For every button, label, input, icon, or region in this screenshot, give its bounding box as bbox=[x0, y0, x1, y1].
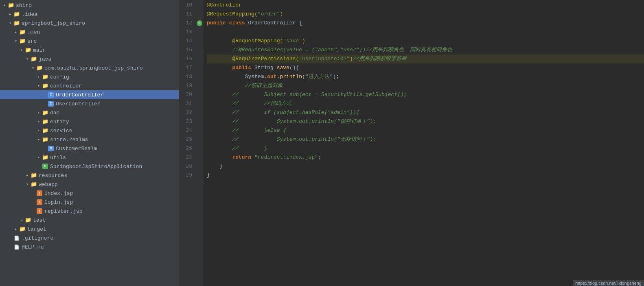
tree-label: main bbox=[33, 47, 46, 53]
sidebar-item-login.jsp[interactable]: Jlogin.jsp bbox=[0, 198, 179, 207]
code-editor: 1011121314151617181920212223242526272829… bbox=[179, 0, 644, 286]
tree-label: login.jsp bbox=[44, 199, 73, 205]
code-line: @RequestMapping("save") bbox=[207, 37, 644, 46]
sidebar-item-config[interactable]: ▸📁config bbox=[0, 72, 179, 81]
sidebar-item-UserController[interactable]: CUserController bbox=[0, 99, 179, 108]
tree-label: .idea bbox=[22, 11, 37, 17]
sidebar-item-HELP.md[interactable]: 📄HELP.md bbox=[0, 242, 179, 251]
tree-icon: 📁 bbox=[19, 38, 26, 44]
line-number: 18 bbox=[179, 72, 192, 81]
line-number: 20 bbox=[179, 90, 192, 99]
tree-label: webapp bbox=[39, 181, 58, 188]
tree-icon: 📁 bbox=[19, 29, 26, 35]
sidebar-item-CustomerRealm[interactable]: CCustomerRealm bbox=[0, 144, 179, 153]
sidebar-item-dao[interactable]: ▸📁dao bbox=[0, 108, 179, 117]
sidebar-item-shiro.realms[interactable]: ▾📁shiro.realms bbox=[0, 135, 179, 144]
gutter-cell bbox=[195, 171, 204, 180]
sidebar-item-idea[interactable]: ▸📁.idea bbox=[0, 10, 179, 19]
tree-icon: J bbox=[36, 208, 43, 214]
tree-arrow: ▸ bbox=[36, 155, 42, 160]
tree-label: utils bbox=[50, 155, 66, 161]
tree-arrow: ▾ bbox=[24, 182, 30, 187]
tree-label: CustomerRealm bbox=[56, 146, 97, 152]
sidebar-item-.gitignore[interactable]: 📄.gitignore bbox=[0, 234, 179, 242]
tree-arrow: ▸ bbox=[13, 227, 19, 231]
sidebar-item-shiro-root[interactable]: ▾📁shiro bbox=[0, 1, 179, 10]
tree-arrow: ▸ bbox=[13, 30, 19, 35]
sidebar-item-register.jsp[interactable]: Jregister.jsp bbox=[0, 207, 179, 216]
gutter-cell bbox=[195, 1, 204, 10]
gutter-cell bbox=[195, 63, 204, 72]
sidebar-item-utils[interactable]: ▸📁utils bbox=[0, 153, 179, 162]
line-number: 27 bbox=[179, 153, 192, 162]
sidebar-item-index.jsp[interactable]: Jindex.jsp bbox=[0, 189, 179, 198]
gutter-cell bbox=[195, 55, 204, 63]
tree-arrow: ▸ bbox=[36, 119, 42, 124]
sidebar-item-OrderController[interactable]: COrderController bbox=[0, 90, 179, 99]
sidebar-item-java[interactable]: ▾📁java bbox=[0, 55, 179, 63]
sidebar-item-controller[interactable]: ▾📁controller bbox=[0, 81, 179, 90]
tree-label: resources bbox=[39, 172, 67, 179]
tree-icon: C bbox=[47, 92, 55, 98]
tree-label: register.jsp bbox=[44, 208, 83, 214]
tree-label: target bbox=[27, 226, 46, 232]
line-number: 21 bbox=[179, 99, 192, 108]
sidebar-item-test[interactable]: ▸📁test bbox=[0, 216, 179, 225]
tree-label: controller bbox=[50, 83, 82, 89]
tree-arrow: ▸ bbox=[36, 74, 42, 79]
tree-label: com.baizhi.springboot_jsp_shiro bbox=[44, 65, 143, 71]
tree-label: OrderController bbox=[56, 92, 103, 98]
code-line: // System.out.println("保存订单！"); bbox=[207, 117, 644, 126]
tree-icon: 📁 bbox=[19, 226, 26, 232]
sidebar-item-webapp[interactable]: ▾📁webapp bbox=[0, 180, 179, 189]
tree-icon: C bbox=[47, 145, 55, 152]
line-number: 16 bbox=[179, 55, 192, 63]
tree-icon: 📁 bbox=[42, 127, 49, 134]
sidebar-item-mvn[interactable]: ▸📁.mvn bbox=[0, 28, 179, 37]
gutter-cell bbox=[195, 46, 204, 55]
tree-icon: 📁 bbox=[42, 74, 49, 80]
line-number: 24 bbox=[179, 126, 192, 135]
tree-label: shiro.realms bbox=[50, 137, 88, 143]
sidebar-item-service[interactable]: ▸📁service bbox=[0, 126, 179, 135]
line-number: 14 bbox=[179, 37, 192, 46]
sidebar-item-resources[interactable]: ▸📁resources bbox=[0, 171, 179, 180]
tree-label: .mvn bbox=[27, 29, 40, 35]
url-bar: https://blog.csdn.net/lixiongsheng bbox=[573, 280, 644, 286]
gutter-cell bbox=[195, 144, 204, 153]
sidebar-item-springboot_jsp_shiro[interactable]: ▾📁springboot_jsp_shiro bbox=[0, 19, 179, 28]
code-line: } bbox=[207, 162, 644, 171]
tree-arrow: ▾ bbox=[36, 83, 42, 88]
tree-icon: 📁 bbox=[24, 217, 32, 223]
code-line: // if (subject.hasRole("admin")){ bbox=[207, 108, 644, 117]
code-line: // System.out.println("无权访问！"); bbox=[207, 135, 644, 144]
sidebar-item-com.baizhi.springboot_jsp_shiro[interactable]: ▾📁com.baizhi.springboot_jsp_shiro bbox=[0, 63, 179, 72]
sidebar-item-entity[interactable]: ▸📁entity bbox=[0, 117, 179, 126]
sidebar-item-src[interactable]: ▾📁src bbox=[0, 37, 179, 46]
sidebar-item-target[interactable]: ▸📁target bbox=[0, 225, 179, 234]
line-number: 25 bbox=[179, 135, 192, 144]
tree-icon: 📄 bbox=[13, 244, 20, 250]
code-line: System.out.println("进入方法"); bbox=[207, 72, 644, 81]
code-line: @RequiresPermissions("user:update:01")//… bbox=[207, 55, 644, 63]
line-number: 11 bbox=[179, 10, 192, 19]
sidebar-item-main[interactable]: ▾📁main bbox=[0, 46, 179, 55]
tree-arrow: ▸ bbox=[36, 110, 42, 115]
line-number: 15 bbox=[179, 46, 192, 55]
tree-label: UserController bbox=[56, 101, 100, 107]
code-line: // }else { bbox=[207, 126, 644, 135]
gutter-cell bbox=[195, 72, 204, 81]
sidebar-item-SpringbootJspShiroApplication[interactable]: SSpringbootJspShiroApplication bbox=[0, 162, 179, 171]
code-line: //@RequiresRoles(value = {"admin","user"… bbox=[207, 46, 644, 55]
line-number: 13 bbox=[179, 28, 192, 37]
tree-arrow: ▾ bbox=[13, 39, 19, 44]
code-line: // Subject subject = SecurityUtils.getSu… bbox=[207, 90, 644, 99]
line-numbers: 1011121314151617181920212223242526272829 bbox=[179, 0, 195, 286]
tree-arrow: ▾ bbox=[2, 3, 7, 8]
tree-icon: 📁 bbox=[7, 2, 15, 9]
tree-arrow: ▸ bbox=[7, 12, 13, 17]
tree-label: shiro bbox=[16, 2, 32, 9]
gutter-cell bbox=[195, 162, 204, 171]
tree-icon: 📁 bbox=[42, 118, 49, 125]
tree-label: service bbox=[50, 128, 72, 134]
